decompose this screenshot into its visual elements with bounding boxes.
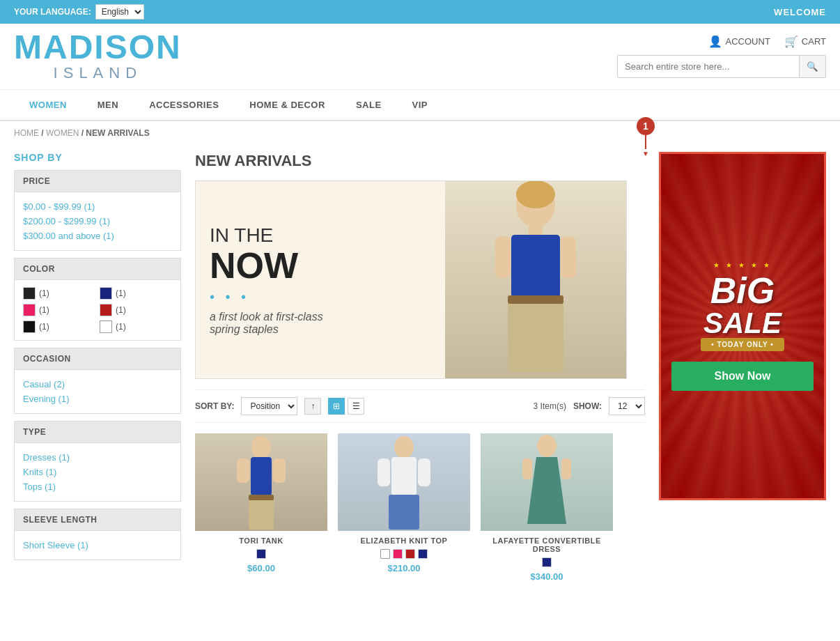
svg-rect-6 (508, 295, 563, 372)
banner-image (445, 180, 626, 379)
color-swatch[interactable] (23, 287, 36, 300)
grid-view-icon[interactable]: ⊞ (328, 398, 345, 415)
sale-show-button[interactable]: Show Now (671, 362, 814, 391)
color-swatch[interactable] (100, 320, 112, 333)
svg-rect-15 (391, 457, 417, 495)
nav-bar: WOMENMENACCESSORIESHOME & DECORSALEVIP (0, 90, 840, 121)
banner-line2: NOW (210, 247, 323, 284)
filter-section-sleeve length: SLEEVE LENGTHShort Sleeve (1) (14, 509, 181, 560)
svg-rect-18 (389, 495, 419, 530)
breadcrumb-link[interactable]: WOMEN (46, 128, 79, 138)
toolbar-right: 3 Item(s) SHOW: 122436All (534, 397, 645, 415)
top-bar: YOUR LANGUAGE: English WELCOME (0, 0, 840, 24)
filter-section-price: PRICE$0.00 - $99.99 (1)$200.00 - $299.99… (14, 170, 181, 251)
nav-item-vip[interactable]: VIP (397, 90, 443, 120)
filter-option[interactable]: $300.00 and above (1) (23, 229, 172, 243)
color-swatch-item[interactable]: (1) (100, 304, 172, 316)
product-name: TORI TANK (195, 536, 327, 545)
cart-label: CART (802, 36, 826, 47)
language-label: YOUR LANGUAGE: (14, 7, 91, 17)
header-account-cart: 👤 ACCOUNT 🛒 CART (708, 35, 826, 48)
color-swatch[interactable] (23, 304, 36, 316)
product-color-dot[interactable] (380, 549, 390, 559)
product-name: ELIZABETH KNIT TOP (338, 536, 470, 545)
filter-option[interactable]: Knits (1) (23, 465, 172, 479)
color-swatch[interactable] (100, 287, 112, 300)
sidebar: SHOP BY PRICE$0.00 - $99.99 (1)$200.00 -… (14, 152, 181, 582)
account-icon: 👤 (708, 35, 722, 48)
product-image (481, 433, 613, 531)
filter-header-sleeve length: SLEEVE LENGTH (14, 509, 181, 531)
sort-arrow[interactable]: ↑ (304, 398, 321, 415)
color-swatch-item[interactable]: (1) (100, 287, 172, 300)
filter-header-price: PRICE (14, 170, 181, 192)
annotation: 1 (637, 117, 655, 149)
filter-option[interactable]: Evening (1) (23, 392, 172, 406)
nav-item-men[interactable]: MEN (82, 90, 134, 120)
svg-point-1 (516, 180, 555, 208)
logo[interactable]: MADISON ISLAND (14, 31, 182, 82)
account-link[interactable]: 👤 ACCOUNT (708, 35, 770, 48)
color-swatch-item[interactable]: (1) (23, 320, 95, 333)
product-color-dot[interactable] (418, 549, 428, 559)
filter-header-type: TYPE (14, 421, 181, 443)
filter-content-occasion: Casual (2)Evening (1) (14, 370, 181, 414)
color-swatch[interactable] (100, 304, 112, 316)
breadcrumb-link[interactable]: HOME (14, 128, 39, 138)
sale-banner[interactable]: ★ ★ ★ ★ ★ BiG SALE • TODAY ONLY • Show N… (659, 152, 826, 500)
product-card[interactable]: TORI TANK$60.00 (195, 433, 327, 582)
filter-option[interactable]: Short Sleeve (1) (23, 538, 172, 553)
product-card[interactable]: LAFAYETTE CONVERTIBLE DRESS$340.00 (481, 433, 613, 582)
cart-icon: 🛒 (784, 35, 798, 48)
product-color-dot[interactable] (405, 549, 415, 559)
filter-content-price: $0.00 - $99.99 (1)$200.00 - $299.99 (1)$… (14, 192, 181, 251)
view-icons: ⊞ ☰ (328, 398, 364, 415)
filter-option[interactable]: Dresses (1) (23, 450, 172, 465)
shop-by-title: SHOP BY (14, 152, 181, 163)
nav-item-home-&-decor[interactable]: HOME & DECOR (234, 90, 341, 120)
nav-item-sale[interactable]: SALE (341, 90, 397, 120)
product-image (338, 433, 470, 531)
filter-option[interactable]: $0.00 - $99.99 (1) (23, 199, 172, 214)
product-color-dot[interactable] (542, 557, 552, 567)
product-card[interactable]: ELIZABETH KNIT TOP$210.00 (338, 433, 470, 582)
sale-banner-container: 1 ★ ★ ★ ★ ★ BiG SALE • TODAY ONLY • Show… (659, 152, 826, 582)
filter-option[interactable]: Casual (2) (23, 377, 172, 392)
show-select[interactable]: 122436All (609, 397, 645, 415)
toolbar-left: SORT BY: PositionNamePrice ↑ ⊞ ☰ (195, 397, 364, 415)
svg-rect-10 (237, 458, 249, 483)
header-right: 👤 ACCOUNT 🛒 CART 🔍 (617, 35, 826, 78)
breadcrumb-current: NEW ARRIVALS (86, 128, 149, 138)
product-color-swatches (195, 549, 327, 559)
color-swatch-item[interactable]: (1) (100, 320, 172, 333)
banner-dots: • • • (210, 289, 323, 305)
color-swatch-item[interactable]: (1) (23, 287, 95, 300)
search-button[interactable]: 🔍 (799, 56, 825, 77)
product-image (195, 433, 327, 531)
nav-item-accessories[interactable]: ACCESSORIES (134, 90, 234, 120)
color-swatch-item[interactable]: (1) (23, 304, 95, 316)
banner-text: IN THE NOW • • • a first look at first-c… (196, 203, 337, 357)
product-color-dot[interactable] (393, 549, 403, 559)
nav-item-women[interactable]: WOMEN (14, 90, 82, 120)
product-color-swatches (338, 549, 470, 559)
language-dropdown[interactable]: English (95, 4, 144, 20)
show-label: SHOW: (573, 401, 602, 411)
product-color-dot[interactable] (256, 549, 266, 559)
filter-option[interactable]: $200.00 - $299.99 (1) (23, 214, 172, 229)
svg-rect-2 (529, 222, 543, 236)
svg-rect-4 (495, 236, 511, 278)
banner-subtitle: a first look at first-class spring stapl… (210, 311, 323, 336)
language-selector[interactable]: YOUR LANGUAGE: English (14, 4, 144, 20)
sort-select[interactable]: PositionNamePrice (241, 397, 297, 415)
filter-content-sleeve length: Short Sleeve (1) (14, 531, 181, 560)
cart-link[interactable]: 🛒 CART (784, 35, 826, 48)
sale-today: • TODAY ONLY • (701, 338, 784, 351)
search-input[interactable] (618, 56, 799, 77)
filter-content-color: (1)(1)(1)(1)(1)(1) (14, 280, 181, 341)
header: MADISON ISLAND 👤 ACCOUNT 🛒 CART 🔍 (0, 24, 840, 90)
annotation-number: 1 (637, 117, 655, 135)
filter-option[interactable]: Tops (1) (23, 479, 172, 494)
color-swatch[interactable] (23, 320, 36, 333)
list-view-icon[interactable]: ☰ (348, 398, 364, 415)
